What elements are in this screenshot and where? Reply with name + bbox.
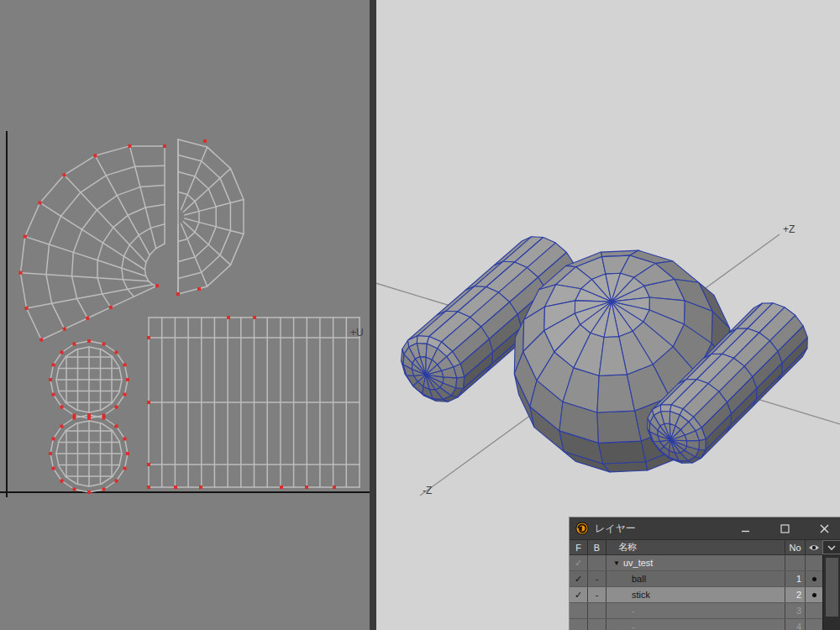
current-dot-icon: [812, 593, 816, 597]
back-visible-cell[interactable]: [588, 603, 606, 618]
layer-current-cell[interactable]: [806, 571, 822, 586]
layer-current-cell[interactable]: [806, 619, 822, 630]
layer-row-empty-3[interactable]: -3: [570, 603, 822, 619]
front-visible-checkbox[interactable]: [570, 619, 588, 630]
uv-wireframe: [0, 131, 370, 497]
front-visible-checkbox[interactable]: ✓: [570, 587, 588, 602]
back-visible-cell[interactable]: -: [588, 571, 606, 586]
back-visible-cell[interactable]: -: [588, 587, 606, 602]
eye-icon[interactable]: [806, 540, 822, 554]
close-icon[interactable]: [820, 524, 829, 533]
axis-label-minus-z: -Z: [423, 485, 432, 496]
column-header-front: F: [570, 540, 588, 554]
layer-name[interactable]: -: [606, 619, 785, 630]
layer-number: 2: [785, 587, 806, 602]
layer-name[interactable]: ball: [606, 571, 785, 586]
layer-row-uv_test[interactable]: ✓▼uv_test: [570, 555, 822, 571]
back-visible-cell[interactable]: [588, 555, 606, 570]
layer-number: 4: [785, 619, 806, 630]
layer-current-cell[interactable]: [806, 603, 822, 618]
column-header-back: B: [588, 540, 606, 554]
layer-list-header: F B 名称 No: [570, 540, 822, 555]
maximize-icon[interactable]: [780, 524, 790, 533]
uv-editor-viewport[interactable]: +U: [0, 0, 370, 630]
layer-scrollbar-thumb[interactable]: [826, 558, 838, 617]
column-header-number: No: [785, 540, 806, 554]
layer-row-empty-4[interactable]: -4: [570, 619, 822, 630]
axis-label-plus-z: +Z: [783, 223, 795, 235]
current-dot-icon: [812, 577, 816, 581]
scene-meshes: [402, 237, 808, 472]
app-root: +U +Z -Z レイヤー: [0, 0, 840, 630]
layer-row-stick[interactable]: ✓-stick2: [570, 587, 822, 603]
column-header-name: 名称: [606, 540, 785, 554]
chevron-down-icon[interactable]: [822, 540, 840, 554]
layer-row-ball[interactable]: ✓-ball1: [570, 571, 822, 587]
layer-window-title: レイヤー: [595, 522, 636, 536]
expand-arrow-icon[interactable]: ▼: [613, 559, 620, 567]
front-visible-checkbox[interactable]: ✓: [570, 555, 588, 570]
layer-name[interactable]: ▼uv_test: [606, 555, 785, 570]
window-controls: [741, 524, 829, 533]
layer-panel-rail: [822, 540, 840, 630]
layer-scrollbar[interactable]: [822, 554, 840, 630]
layer-name[interactable]: -: [606, 603, 785, 618]
metasequoia-logo-icon: [575, 522, 589, 535]
panel-splitter[interactable]: [370, 0, 376, 630]
front-visible-checkbox[interactable]: [570, 603, 588, 618]
uv-canvas[interactable]: +U: [0, 0, 370, 630]
layer-number: [785, 555, 806, 570]
front-visible-checkbox[interactable]: ✓: [570, 571, 588, 586]
minimize-icon[interactable]: [741, 524, 750, 533]
layer-current-cell[interactable]: [806, 587, 822, 602]
layer-list: ✓▼uv_test✓-ball1✓-stick2-3-4: [570, 555, 822, 630]
u-axis-label: +U: [350, 327, 364, 339]
layer-current-cell[interactable]: [806, 555, 822, 570]
back-visible-cell[interactable]: [588, 619, 606, 630]
layer-number: 1: [785, 571, 806, 586]
layer-number: 3: [785, 603, 806, 618]
layer-window-titlebar[interactable]: レイヤー: [570, 517, 840, 540]
layer-window: レイヤー F B: [569, 517, 840, 630]
layer-name[interactable]: stick: [606, 587, 785, 602]
